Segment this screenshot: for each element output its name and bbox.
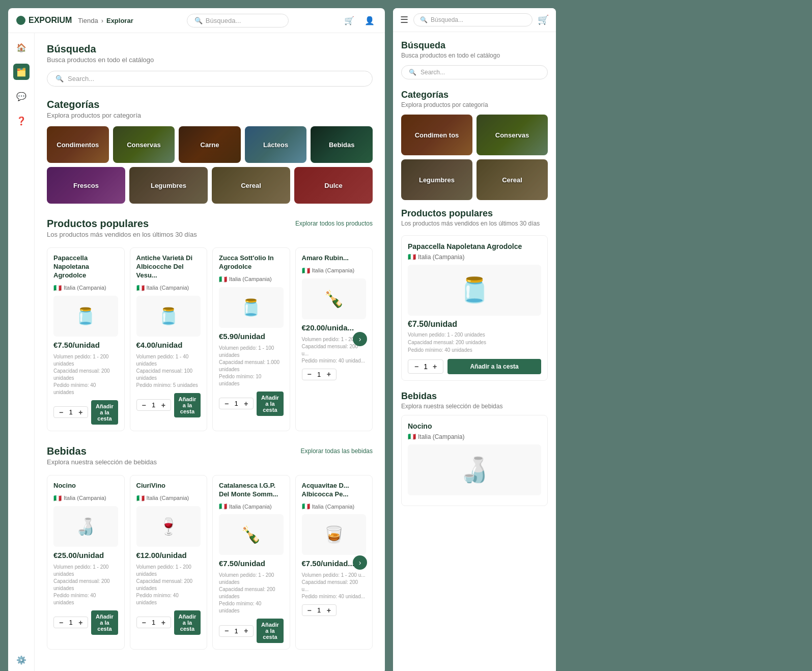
qty-decrease-catalanesca[interactable]: − <box>223 627 230 634</box>
mobile-add-to-cart-papaccella[interactable]: Añadir a la cesta <box>447 359 541 374</box>
nav-search-area: 🔍 Búsqueda... <box>139 14 336 27</box>
explore-all-beverages-link[interactable]: Explorar todas las bebidas <box>301 448 373 455</box>
product-card-zucca: Zucca Sott'olio In Agrodolce 🇮🇹 Italia (… <box>212 247 290 431</box>
mobile-product-nocino-emoji: 🍶 <box>459 456 490 484</box>
qty-decrease-ciurivino[interactable]: − <box>141 619 147 626</box>
quantity-control-amaro: − 1 + <box>302 369 337 380</box>
product-albicocche-image: 🫙 <box>136 296 201 337</box>
mobile-search-input[interactable]: 🔍 Search... <box>401 65 548 79</box>
add-to-cart-albicocche[interactable]: Añadir a la cesta <box>174 393 201 417</box>
category-bebidas[interactable]: Bebidas <box>311 126 373 163</box>
search-section-title: Búsqueda <box>47 43 373 55</box>
mobile-search-box[interactable]: 🔍 Búsqueda... <box>413 13 533 26</box>
mobile-category-legumbres[interactable]: Legumbres <box>401 159 472 200</box>
qty-decrease-albicocche[interactable]: − <box>141 402 147 409</box>
logo-dot <box>16 16 25 25</box>
mobile-popular-title: Productos populares <box>401 208 540 219</box>
category-conservas-label: Conservas <box>127 141 160 149</box>
qty-decrease-acquavitae[interactable]: − <box>306 607 313 614</box>
qty-increase-acquavitae[interactable]: + <box>326 607 332 614</box>
product-ciurivino-image: 🍷 <box>136 506 201 547</box>
mobile-category-cereal[interactable]: Cereal <box>477 159 548 200</box>
qty-increase-catalanesca[interactable]: + <box>243 627 249 634</box>
product-amaro-image: 🍾 <box>302 278 367 319</box>
nav-actions: 🛒 👤 <box>342 13 377 27</box>
product-papaccella-price: €7.50/unidad <box>53 341 118 349</box>
category-conservas[interactable]: Conservas <box>113 126 175 163</box>
quantity-control-catalanesca: − 1 + <box>219 625 254 637</box>
category-cereal[interactable]: Cereal <box>212 167 290 204</box>
mobile-product-card-papaccella: Papaccella Napoletana Agrodolce 🇮🇹 Itali… <box>401 235 548 381</box>
qty-increase-zucca[interactable]: + <box>243 400 249 407</box>
category-lacteos[interactable]: Lácteos <box>245 126 307 163</box>
mobile-product-papaccella-image: 🫙 <box>408 265 541 316</box>
qty-increase-nocino[interactable]: + <box>77 619 83 626</box>
product-card-papaccella: Papaccella Napoletana Agrodolce 🇮🇹 Itali… <box>47 247 125 431</box>
explore-all-products-link[interactable]: Explorar todos los productos <box>295 220 373 227</box>
mobile-search-input-placeholder: Search... <box>421 69 445 76</box>
mobile-categories-title: Categorías <box>401 90 548 100</box>
sidebar-icon-help[interactable]: ❓ <box>13 113 30 129</box>
mobile-content: Búsqueda Busca productos en todo el catá… <box>393 32 556 671</box>
mobile-category-condimentos[interactable]: Condimen tos <box>401 115 472 155</box>
search-input-icon: 🔍 <box>55 75 64 82</box>
category-carne[interactable]: Carne <box>179 126 241 163</box>
popular-products-header: Productos populares Los productos más ve… <box>47 218 373 245</box>
mobile-popular-subtitle: Los productos más vendidos en los último… <box>401 220 540 227</box>
search-input[interactable]: 🔍 Search... <box>47 71 373 87</box>
next-products-arrow[interactable]: › <box>353 332 367 346</box>
mobile-beverages-subtitle: Explora nuestra selección de bebidas <box>401 403 548 410</box>
mobile-category-conservas[interactable]: Conservas <box>477 115 548 155</box>
category-legumbres[interactable]: Legumbres <box>129 167 208 204</box>
sidebar-icon-home[interactable]: 🏠 <box>13 39 30 55</box>
sidebar-icon-chat[interactable]: 💬 <box>13 88 30 104</box>
quantity-control-ciurivino: − 1 + <box>136 617 171 628</box>
mobile-panel: ☰ 🔍 Búsqueda... 🛒 Búsqueda Busca product… <box>393 8 556 671</box>
add-to-cart-nocino[interactable]: Añadir a la cesta <box>91 610 118 635</box>
sidebar-icon-explore[interactable]: 🗂️ <box>13 64 30 80</box>
qty-increase-papaccella[interactable]: + <box>77 409 83 416</box>
search-section-subtitle: Busca productos en todo el catálogo <box>47 56 373 64</box>
nav-search-placeholder: Búsqueda... <box>206 17 241 24</box>
add-to-cart-ciurivino[interactable]: Añadir a la cesta <box>174 610 201 635</box>
breadcrumb-separator: › <box>101 17 103 24</box>
mobile-beverages-title: Bebidas <box>401 391 548 402</box>
user-icon[interactable]: 👤 <box>362 13 377 27</box>
mobile-categories-subtitle: Explora productos por categoría <box>401 101 548 108</box>
product-papaccella-flag: 🇮🇹 <box>53 284 62 292</box>
mobile-cart-button[interactable]: 🛒 <box>538 14 549 25</box>
qty-decrease-papaccella[interactable]: − <box>58 409 64 416</box>
category-frescos[interactable]: Frescos <box>47 167 125 204</box>
mobile-search-title: Búsqueda <box>401 40 548 51</box>
mobile-product-papaccella-actions: − 1 + Añadir a la cesta <box>408 359 541 374</box>
category-condimentos[interactable]: Condimentos <box>47 126 109 163</box>
next-beverages-arrow[interactable]: › <box>353 555 367 570</box>
cart-icon[interactable]: 🛒 <box>342 13 356 27</box>
product-albicocche-actions: − 1 + Añadir a la cesta <box>136 393 201 417</box>
breadcrumb-home[interactable]: Tienda <box>78 17 98 24</box>
beverages-header: Bebidas Explora nuestra selección de beb… <box>47 445 373 473</box>
brand-logo[interactable]: EXPORIUM <box>16 16 72 25</box>
add-to-cart-zucca[interactable]: Añadir a la cesta <box>257 392 283 416</box>
qty-increase-amaro[interactable]: + <box>326 371 332 378</box>
qty-decrease-nocino[interactable]: − <box>58 619 64 626</box>
popular-products-grid: Papaccella Napoletana Agrodolce 🇮🇹 Itali… <box>47 247 373 431</box>
mobile-cat-legumbres-label: Legumbres <box>419 176 455 184</box>
qty-increase-albicocche[interactable]: + <box>160 402 166 409</box>
category-frescos-label: Frescos <box>73 182 99 189</box>
mobile-qty-decrease-papaccella[interactable]: − <box>413 363 419 370</box>
qty-decrease-amaro[interactable]: − <box>306 371 313 378</box>
category-dulce[interactable]: Dulce <box>294 167 373 204</box>
product-ciurivino-actions: − 1 + Añadir a la cesta <box>136 610 201 635</box>
add-to-cart-catalanesca[interactable]: Añadir a la cesta <box>257 619 283 643</box>
mobile-menu-button[interactable]: ☰ <box>400 14 408 25</box>
mobile-search-subtitle: Busca productos en todo el catálogo <box>401 52 548 59</box>
add-to-cart-papaccella[interactable]: Añadir a la cesta <box>91 400 118 425</box>
mobile-qty-increase-papaccella[interactable]: + <box>432 363 438 370</box>
product-papaccella-meta: Volumen pedido: 1 - 200 unidades Capacid… <box>53 353 118 396</box>
mobile-popular-products-section: Productos populares Los productos más ve… <box>401 208 548 381</box>
nav-search-box[interactable]: 🔍 Búsqueda... <box>187 14 289 27</box>
qty-decrease-zucca[interactable]: − <box>223 400 230 407</box>
sidebar-icon-settings[interactable]: ⚙️ <box>13 652 30 668</box>
qty-increase-ciurivino[interactable]: + <box>160 619 166 626</box>
